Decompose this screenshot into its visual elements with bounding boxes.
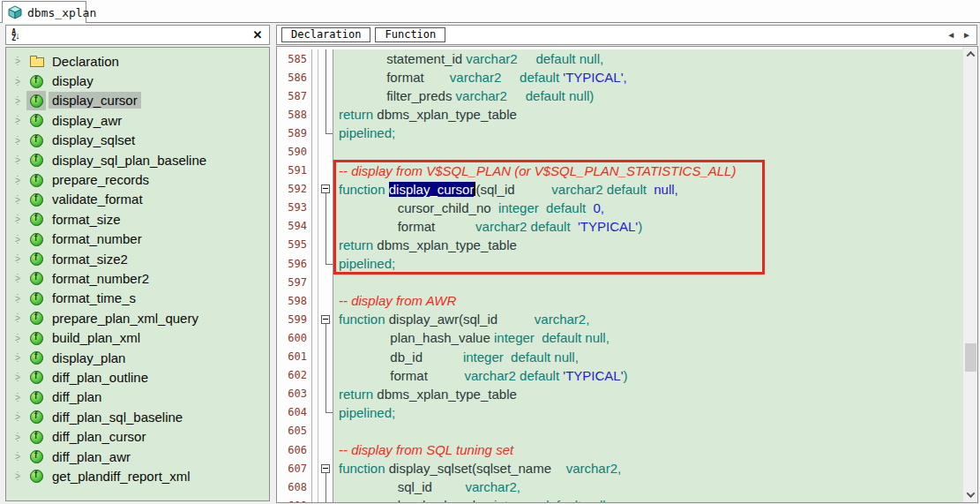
tree-item-diff-plan-outline[interactable]: >diff_plan_outline — [6, 367, 269, 387]
object-filter-bar: A Z ↓ ✕ — [5, 25, 270, 45]
expand-chevron-icon[interactable]: > — [11, 372, 24, 382]
fold-collapse-icon[interactable] — [321, 464, 330, 473]
code-text: plan_hash_value integer default null, — [333, 328, 962, 347]
expand-chevron-icon[interactable]: > — [11, 234, 24, 244]
code-line: 586 format varchar2 default 'TYPICAL', — [277, 68, 962, 87]
tree-item-label: display_sql_plan_baseline — [49, 152, 210, 169]
tree-item-format-number2[interactable]: >format_number2 — [6, 268, 269, 288]
function-icon — [29, 192, 43, 207]
expand-chevron-icon[interactable]: > — [11, 451, 24, 462]
expand-chevron-icon[interactable]: > — [11, 432, 24, 442]
fold-margin — [318, 254, 333, 273]
tree-item-format-time-s[interactable]: >format_time_s — [6, 289, 269, 308]
expand-chevron-icon[interactable]: > — [11, 175, 24, 185]
tree-item-prepare-records[interactable]: >prepare_records — [6, 169, 269, 189]
nav-right-icon[interactable]: ► — [962, 30, 971, 40]
tab-strip: dbms_xplan — [0, 0, 980, 23]
expand-chevron-icon[interactable]: > — [11, 293, 24, 304]
bookmark-margin — [312, 328, 318, 347]
tree-item-Declaration[interactable]: >Declaration — [6, 51, 269, 71]
tree-item-format-size[interactable]: >format_size — [6, 209, 269, 229]
tree-item-validate-format[interactable]: >validate_format — [6, 190, 269, 209]
expand-chevron-icon[interactable]: > — [11, 115, 24, 125]
fold-collapse-icon[interactable] — [321, 315, 330, 324]
tree-item-display-cursor[interactable]: >display_cursor — [6, 91, 269, 110]
code-area[interactable]: 585 statement_id varchar2 default null,5… — [277, 47, 962, 502]
code-token: integer default null, — [463, 350, 579, 365]
expand-chevron-icon[interactable]: > — [11, 470, 24, 481]
tree-item-label: display_awr — [49, 112, 125, 129]
tree-item-display-sqlset[interactable]: >display_sqlset — [6, 131, 269, 150]
tree-item-display-plan[interactable]: >display_plan — [6, 348, 269, 367]
expand-chevron-icon[interactable]: > — [11, 392, 24, 402]
tree-item-diff-plan-awr[interactable]: >diff_plan_awr — [6, 447, 269, 466]
tree-item-build-plan-xml[interactable]: >build_plan_xml — [6, 327, 269, 347]
line-number: 600 — [277, 328, 312, 347]
tree-item-diff-plan-cursor[interactable]: >diff_plan_cursor — [6, 426, 269, 446]
line-number: 608 — [277, 478, 312, 496]
code-token: -- display from SQL tuning set — [339, 442, 513, 457]
code-token: 0, — [589, 200, 604, 215]
expand-chevron-icon[interactable]: > — [11, 273, 24, 283]
function-icon — [29, 469, 43, 483]
tree-item-format-size2[interactable]: >format_size2 — [6, 249, 269, 268]
tree-item-label: validate_format — [49, 191, 146, 207]
code-text — [333, 142, 962, 161]
line-number: 586 — [277, 68, 312, 87]
clear-filter-icon[interactable]: ✕ — [246, 26, 269, 44]
expand-chevron-icon[interactable]: > — [11, 194, 24, 205]
code-token: sql_id — [339, 479, 465, 494]
tree-item-diff-plan-sql-baseline[interactable]: >diff_plan_sql_baseline — [6, 407, 269, 426]
tree-item-display[interactable]: >display — [6, 71, 269, 90]
tree-item-get-plandiff-report-xml[interactable]: >get_plandiff_report_xml — [6, 466, 269, 485]
nav-left-icon[interactable]: ◄ — [946, 30, 955, 40]
expand-chevron-icon[interactable]: > — [11, 135, 24, 146]
editor-toolbar: Declaration Function ◄ ► — [276, 25, 977, 45]
expand-chevron-icon[interactable]: > — [11, 411, 24, 422]
code-token: integer default null, — [494, 330, 610, 345]
code-token: 'TYPICAL' — [574, 219, 638, 234]
expand-chevron-icon[interactable]: > — [11, 253, 24, 264]
code-text: return dbms_xplan_type_table — [333, 385, 962, 403]
line-number: 605 — [277, 422, 312, 440]
tree-item-diff-plan[interactable]: >diff_plan — [6, 387, 269, 407]
tree-item-label: diff_plan_outline — [49, 369, 152, 386]
tree-item-label: diff_plan — [49, 388, 105, 405]
expand-chevron-icon[interactable]: > — [11, 214, 24, 224]
code-text: pipelined; — [333, 124, 962, 142]
expand-chevron-icon[interactable]: > — [11, 76, 24, 87]
line-number: 603 — [277, 385, 312, 403]
tree-item-display-sql-plan-baseline[interactable]: >display_sql_plan_baseline — [6, 150, 269, 169]
bookmark-margin — [312, 385, 318, 403]
code-line: 603return dbms_xplan_type_table — [277, 385, 962, 403]
tree-item-display-awr[interactable]: >display_awr — [6, 110, 269, 130]
expand-chevron-icon[interactable]: > — [11, 352, 24, 363]
code-token: dbms_xplan_type_table — [377, 107, 516, 122]
expand-chevron-icon[interactable]: > — [11, 95, 24, 106]
expand-chevron-icon[interactable]: > — [11, 312, 24, 323]
expand-chevron-icon[interactable]: > — [11, 154, 24, 165]
line-number: 599 — [277, 310, 312, 328]
scrollbar-thumb[interactable] — [965, 343, 976, 372]
filter-input[interactable] — [26, 26, 246, 44]
code-line: 592function display_cursor(sql_id varcha… — [277, 180, 962, 199]
code-editor[interactable]: 585 statement_id varchar2 default null,5… — [276, 46, 978, 503]
declaration-button[interactable]: Declaration — [281, 27, 370, 42]
expand-chevron-icon[interactable]: > — [11, 56, 24, 66]
tree-item-prepare-plan-xml-query[interactable]: >prepare_plan_xml_query — [6, 308, 269, 327]
code-line: 593 cursor_child_no integer default 0, — [277, 199, 962, 217]
fold-collapse-icon[interactable] — [321, 184, 330, 193]
code-line: 587 filter_preds varchar2 default null) — [277, 87, 962, 105]
function-button[interactable]: Function — [375, 27, 445, 42]
code-text — [333, 273, 962, 291]
tree-item-format-number[interactable]: >format_number — [6, 229, 269, 249]
bookmark-margin — [312, 459, 318, 478]
scroll-up-icon[interactable] — [963, 47, 978, 62]
expand-chevron-icon[interactable]: > — [11, 333, 24, 343]
sort-az-icon[interactable]: A Z ↓ — [6, 26, 26, 44]
fold-margin — [318, 49, 333, 68]
vertical-scrollbar[interactable] — [962, 47, 977, 502]
scroll-down-icon[interactable] — [963, 487, 978, 502]
function-icon — [29, 390, 43, 404]
tab-dbms-xplan[interactable]: dbms_xplan — [2, 1, 86, 23]
